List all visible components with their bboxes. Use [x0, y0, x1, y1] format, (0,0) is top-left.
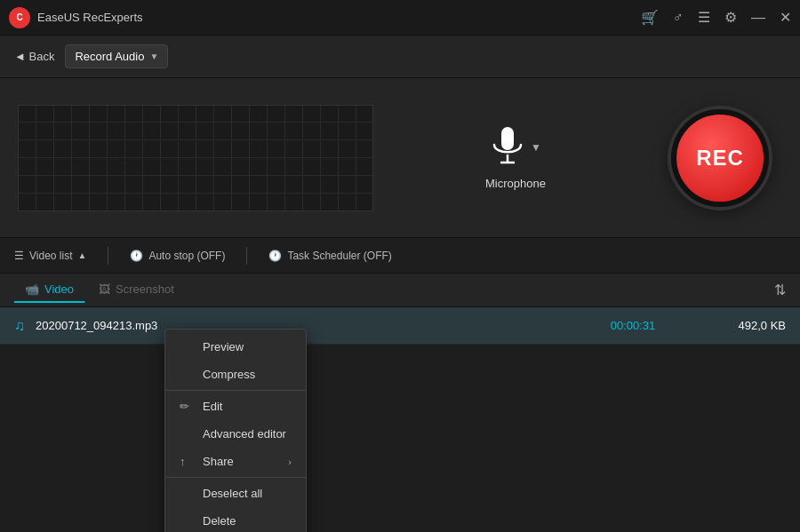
rec-button-wrap: REC	[658, 109, 782, 207]
file-size: 492,0 KB	[697, 319, 786, 332]
edit-label: Edit	[203, 400, 222, 413]
video-list-button[interactable]: ☰ Video list ▲	[14, 250, 86, 262]
file-row[interactable]: ♫ 20200712_094213.mp3 00:00:31 492,0 KB	[0, 307, 800, 345]
clock-icon: 🕐	[130, 250, 143, 262]
task-scheduler-button[interactable]: 🕐 Task Scheduler (OFF)	[268, 250, 391, 262]
titlebar-controls: 🛒 ♂ ☰ ⚙ — ✕	[641, 9, 791, 26]
ctx-separator-1	[165, 390, 306, 391]
microphone-icon-wrap[interactable]: ▼	[490, 125, 541, 170]
tab-video[interactable]: 📹 Video	[14, 277, 84, 303]
main-area: ▼ Microphone REC	[0, 78, 800, 238]
app-logo: C	[9, 7, 30, 28]
video-tab-label: Video	[44, 282, 74, 296]
separator-2	[246, 247, 247, 265]
task-scheduler-label: Task Scheduler (OFF)	[287, 250, 391, 262]
microphone-dropdown-arrow[interactable]: ▼	[531, 141, 541, 154]
microphone-section: ▼ Microphone	[391, 125, 640, 190]
edit-icon: ✏	[180, 400, 194, 413]
compress-label: Compress	[203, 368, 255, 381]
context-menu-edit[interactable]: ✏ Edit	[165, 393, 306, 420]
settings-icon[interactable]: ⚙	[724, 9, 737, 26]
list-icon: ☰	[14, 250, 24, 262]
auto-stop-label: Auto stop (OFF)	[148, 250, 225, 262]
preview-label: Preview	[203, 340, 244, 353]
delete-label: Delete	[203, 514, 236, 528]
app-title: EaseUS RecExperts	[37, 11, 143, 24]
scheduler-icon: 🕐	[268, 250, 282, 262]
titlebar: C EaseUS RecExperts 🛒 ♂ ☰ ⚙ — ✕	[0, 0, 800, 36]
context-menu-share[interactable]: ↑ Share ›	[165, 448, 306, 475]
context-menu-delete[interactable]: Delete	[165, 507, 306, 532]
file-tabs: 📹 Video 🖼 Screenshot ⇅	[0, 274, 800, 307]
screenshot-tab-label: Screenshot	[116, 282, 174, 296]
share-label: Share	[203, 455, 234, 468]
minimize-icon[interactable]: —	[751, 10, 765, 26]
context-menu: Preview Compress ✏ Edit Advanced editor …	[164, 329, 307, 532]
context-menu-advanced-editor[interactable]: Advanced editor	[165, 420, 306, 448]
record-audio-button[interactable]: Record Audio ▼	[65, 44, 168, 68]
video-list-label: Video list	[29, 250, 72, 262]
advanced-editor-label: Advanced editor	[203, 427, 286, 441]
rec-button[interactable]: REC	[671, 109, 769, 207]
separator-1	[108, 247, 108, 265]
file-music-icon: ♫	[14, 318, 25, 334]
auto-stop-button[interactable]: 🕐 Auto stop (OFF)	[130, 250, 225, 262]
file-duration: 00:00:31	[580, 319, 686, 332]
context-menu-preview[interactable]: Preview	[165, 333, 306, 361]
file-tabs-left: 📹 Video 🖼 Screenshot	[14, 277, 185, 303]
close-icon[interactable]: ✕	[780, 9, 791, 26]
svg-rect-0	[501, 127, 514, 150]
sort-icon[interactable]: ⇅	[774, 282, 786, 298]
record-audio-label: Record Audio	[75, 50, 144, 63]
video-tab-icon: 📹	[25, 282, 39, 296]
context-menu-compress[interactable]: Compress	[165, 361, 306, 388]
share-submenu-arrow: ›	[288, 457, 292, 467]
deselect-all-label: Deselect all	[203, 487, 262, 500]
profile-icon[interactable]: ♂	[673, 10, 684, 26]
cart-icon[interactable]: 🛒	[641, 9, 659, 26]
list-expand-icon: ▲	[77, 250, 86, 260]
tab-screenshot[interactable]: 🖼 Screenshot	[88, 277, 185, 303]
record-audio-dropdown-arrow: ▼	[149, 52, 158, 61]
waveform-grid	[19, 106, 372, 210]
titlebar-left: C EaseUS RecExperts	[9, 7, 143, 28]
context-menu-deselect-all[interactable]: Deselect all	[165, 480, 306, 507]
back-button[interactable]: ◄ Back	[14, 50, 54, 63]
bottom-toolbar: ☰ Video list ▲ 🕐 Auto stop (OFF) 🕐 Task …	[0, 238, 800, 274]
screenshot-tab-icon: 🖼	[99, 282, 110, 296]
share-icon: ↑	[180, 455, 194, 468]
microphone-icon	[490, 125, 525, 170]
microphone-label: Microphone	[485, 177, 546, 190]
ctx-separator-2	[165, 477, 306, 478]
menu-icon[interactable]: ☰	[698, 9, 710, 26]
toolbar: ◄ Back Record Audio ▼	[0, 36, 800, 78]
waveform-area	[18, 105, 373, 211]
